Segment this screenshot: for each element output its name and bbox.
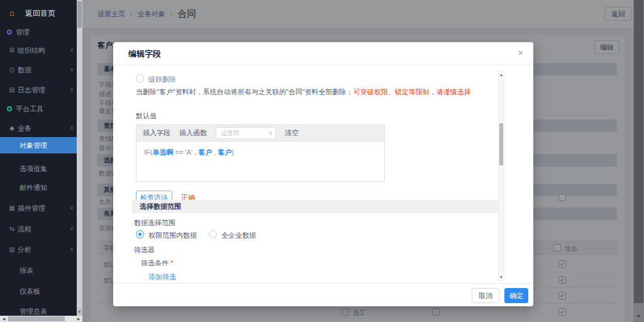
- filter-label: 筛选器: [134, 245, 155, 255]
- main-content: 设置主页 › 业务对象 › 合同 返回 客户2 编辑 基本信 字段名 描述 字段…: [82, 0, 644, 322]
- warning-normal: 当删除"客户"资料时，系统自动将所有与之关联的"合同"资料全部删除；: [136, 88, 353, 96]
- section-header-data-scope: 选择数据范围: [132, 200, 498, 213]
- cascade-delete-label: 级联删除: [148, 75, 176, 84]
- scope-enterprise-label: 全企业数据: [221, 231, 256, 240]
- cascade-delete-radio[interactable]: [136, 74, 144, 82]
- sidebar-item-label: 报表: [19, 264, 33, 277]
- sidebar-item-mail-notification[interactable]: 邮件通知: [0, 180, 77, 194]
- scope-permission-label: 权限范围内数据: [148, 231, 197, 240]
- sidebar-item-org-structure[interactable]: ⊞ 组织结构 ∨: [0, 43, 77, 57]
- sidebar-item-data[interactable]: ◷ 数据 ∨: [0, 63, 77, 77]
- sidebar-item-plugin-management[interactable]: ▦ 插件管理 ∨: [0, 201, 77, 215]
- clear-button[interactable]: 清空: [285, 128, 299, 138]
- insert-field-button[interactable]: 插入字段: [143, 128, 170, 138]
- plugin-icon: ▦: [8, 201, 16, 215]
- scroll-up-icon[interactable]: ▲: [499, 73, 504, 77]
- scope-enterprise-radio[interactable]: [209, 230, 217, 238]
- confirm-button[interactable]: 确定: [504, 288, 528, 303]
- sidebar-item-label: 组织结构: [18, 43, 45, 57]
- warning-red: 可突破权限、锁定等限制，请谨慎选择: [353, 88, 471, 96]
- scope-permission-radio[interactable]: [136, 230, 144, 238]
- sidebar-item-option-value-set[interactable]: 选项值集: [0, 162, 77, 175]
- chevron-down-icon: ∨: [70, 43, 74, 57]
- admin-ring-icon: [7, 30, 12, 35]
- required-asterisk: *: [170, 259, 173, 267]
- sidebar-item-object-management[interactable]: 对象管理: [0, 137, 77, 153]
- sidebar-item-label: 管理: [16, 25, 30, 39]
- sidebar-vertical-scrollbar[interactable]: ▼: [77, 0, 82, 316]
- modal-footer-divider: [113, 283, 533, 284]
- sidebar-item-platform-tools[interactable]: 平台工具: [0, 102, 77, 116]
- formula-toolbar: 插入字段 插入函数 运算符 ∨ 清空: [136, 125, 385, 142]
- sidebar-item-label: 分析: [18, 243, 31, 257]
- cancel-button[interactable]: 取消: [472, 288, 499, 303]
- sidebar-item-admin[interactable]: 管理: [0, 25, 77, 39]
- scroll-down-icon[interactable]: ▼: [499, 275, 504, 279]
- close-icon[interactable]: ×: [518, 47, 523, 58]
- sidebar-item-label: 仪表板: [19, 284, 40, 298]
- cascade-warning-text: 当删除"客户"资料时，系统自动将所有与之关联的"合同"资料全部删除；可突破权限、…: [136, 87, 471, 97]
- sidebar-horizontal-scrollbar[interactable]: ◀ ▶: [0, 316, 82, 322]
- home-label: 返回首页: [25, 5, 55, 21]
- workflow-icon: ⇆: [8, 222, 16, 236]
- analysis-icon: ▥: [8, 243, 16, 257]
- sidebar-item-label: 插件管理: [18, 201, 45, 215]
- chevron-down-icon: ∨: [269, 128, 272, 138]
- formula-comma: ,: [212, 148, 218, 156]
- default-value-label: 默认值: [136, 111, 157, 121]
- formula-editor[interactable]: IF(单选啊 == 'A' , 客户 , 客户): [136, 142, 385, 182]
- sidebar-item-label: 对象管理: [19, 137, 47, 153]
- sidebar-item-label: 流程: [18, 222, 31, 236]
- filter-condition-label: 筛选条件 *: [141, 258, 173, 268]
- sidebar-item-label: 业务: [18, 121, 31, 135]
- sidebar-vscroll-thumb[interactable]: [77, 1, 82, 28]
- sidebar-item-report[interactable]: 报表: [0, 264, 77, 277]
- sidebar-item-analysis[interactable]: ▥ 分析 ∧: [0, 243, 77, 257]
- scroll-right-icon[interactable]: ▶: [75, 316, 82, 322]
- chevron-down-icon: ∨: [70, 201, 74, 215]
- scroll-left-icon[interactable]: ◀: [0, 316, 8, 322]
- formula-field: 客户: [218, 148, 231, 156]
- data-icon: ◷: [8, 63, 16, 77]
- sidebar-item-label: 日志管理: [18, 83, 45, 97]
- sidebar-item-home[interactable]: ⌂ 返回首页: [0, 5, 77, 21]
- operator-placeholder: 运算符: [221, 130, 240, 136]
- scroll-down-icon[interactable]: ▼: [77, 308, 82, 316]
- sidebar-item-label: 选项值集: [19, 162, 47, 175]
- modal-header: 编辑字段 ×: [113, 42, 533, 65]
- modal-scrollbar[interactable]: ▲ ▼: [498, 71, 504, 281]
- filter-condition-text: 筛选条件: [141, 259, 169, 267]
- platform-tools-ring-icon: [7, 106, 12, 111]
- sidebar-hscroll-thumb[interactable]: [8, 316, 65, 321]
- org-structure-icon: ⊞: [8, 43, 16, 57]
- modal-title: 编辑字段: [128, 42, 161, 65]
- chevron-down-icon: ∨: [70, 222, 74, 236]
- log-icon: ▤: [8, 83, 16, 97]
- chevron-down-icon: ∨: [70, 63, 74, 77]
- formula-field: 单选啊: [152, 148, 173, 156]
- business-icon: ◆: [8, 121, 16, 135]
- modal-scroll-thumb[interactable]: [499, 123, 503, 165]
- sidebar: ⌂ 返回首页 管理 ⊞ 组织结构 ∨ ◷ 数据 ∨ ▤ 日志管理 ∨ 平台工具 …: [0, 0, 77, 316]
- chevron-up-icon: ∧: [70, 243, 74, 257]
- sidebar-item-dashboard[interactable]: 仪表板: [0, 284, 77, 298]
- formula-close: ): [231, 148, 234, 156]
- sidebar-item-label: 邮件通知: [19, 180, 47, 194]
- edit-field-modal: 编辑字段 × 级联删除 当删除"客户"资料时，系统自动将所有与之关联的"合同"资…: [113, 42, 533, 306]
- home-icon: ⌂: [9, 5, 14, 21]
- formula-field: 客户: [198, 148, 212, 156]
- chevron-down-icon: ∨: [70, 83, 74, 97]
- insert-function-button[interactable]: 插入函数: [179, 128, 207, 138]
- operator-select[interactable]: 运算符 ∨: [216, 127, 276, 139]
- page: ⌂ 返回首页 管理 ⊞ 组织结构 ∨ ◷ 数据 ∨ ▤ 日志管理 ∨ 平台工具 …: [0, 0, 644, 322]
- formula-op: == 'A' ,: [173, 148, 198, 156]
- sidebar-item-label: 数据: [18, 63, 31, 77]
- sidebar-item-business[interactable]: ◆ 业务 ∧: [0, 121, 77, 135]
- add-filter-link[interactable]: 添加筛选: [148, 272, 176, 282]
- sidebar-item-workflow[interactable]: ⇆ 流程 ∨: [0, 222, 77, 236]
- formula-fn: IF(: [144, 148, 152, 156]
- sidebar-item-log-management[interactable]: ▤ 日志管理 ∨: [0, 83, 77, 97]
- chevron-up-icon: ∧: [70, 121, 74, 135]
- scope-label: 数据选择范围: [134, 218, 175, 228]
- sidebar-item-label: 平台工具: [16, 102, 43, 116]
